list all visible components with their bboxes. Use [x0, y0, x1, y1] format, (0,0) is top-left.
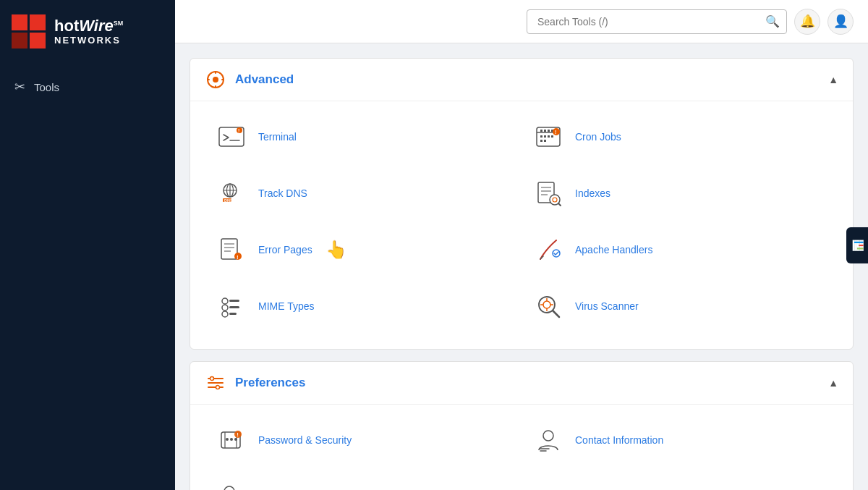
- brand-superscript: SM: [114, 20, 124, 27]
- svg-point-67: [234, 438, 237, 441]
- svg-point-44: [222, 298, 228, 304]
- user-manager-tool[interactable]: ! User Manager: [205, 468, 522, 490]
- logo-text: hotWireSM NETWORKS: [54, 17, 123, 46]
- apache-handlers-tool[interactable]: Apache Handlers: [522, 221, 838, 278]
- notifications-button[interactable]: 🔔: [794, 9, 820, 35]
- preferences-tools-grid: ! Password & Security: [190, 405, 853, 490]
- main-area: 🔍 🔔 👤: [175, 0, 868, 490]
- apache-handlers-icon: [532, 233, 565, 266]
- svg-rect-18: [548, 135, 550, 138]
- advanced-section: Advanced ▲ ! Termin: [190, 58, 854, 350]
- brand-logo: hotWireSM NETWORKS: [0, 0, 175, 63]
- terminal-tool[interactable]: ! Terminal: [205, 109, 522, 165]
- cron-jobs-tool[interactable]: ! Cron Jobs: [522, 109, 838, 165]
- cron-jobs-icon: !: [532, 120, 565, 153]
- advanced-tools-grid: ! Terminal: [190, 101, 853, 349]
- bell-icon: 🔔: [800, 14, 815, 29]
- logo-square-dark-1: [12, 33, 27, 48]
- password-security-tool[interactable]: ! Password & Security: [205, 412, 522, 468]
- terminal-label: Terminal: [258, 131, 297, 143]
- indexes-tool[interactable]: Indexes: [522, 165, 838, 221]
- track-dns-label: Track DNS: [258, 187, 307, 199]
- svg-rect-2: [215, 71, 216, 74]
- brand-name: hotWireSM: [54, 17, 123, 35]
- preferences-section-title: Preferences: [235, 376, 305, 390]
- svg-rect-5: [221, 79, 224, 80]
- svg-rect-3: [215, 85, 216, 88]
- logo-square-red-3: [30, 33, 46, 48]
- svg-text:DNS: DNS: [224, 198, 233, 203]
- svg-rect-4: [207, 79, 210, 80]
- mime-types-tool[interactable]: MIME Types: [205, 278, 522, 334]
- svg-point-70: [543, 431, 553, 441]
- password-security-icon: !: [215, 423, 248, 457]
- error-pages-label: Error Pages: [258, 244, 312, 255]
- svg-point-61: [216, 386, 220, 389]
- svg-rect-47: [229, 306, 239, 308]
- logo-square-red-2: [30, 14, 46, 30]
- svg-text:!: !: [237, 254, 239, 261]
- mime-types-label: MIME Types: [258, 300, 315, 312]
- svg-point-65: [226, 438, 229, 441]
- svg-point-73: [224, 486, 234, 490]
- svg-rect-12: [540, 130, 542, 132]
- sidebar: hotWireSM NETWORKS ✂ Tools: [0, 0, 175, 490]
- cron-jobs-label: Cron Jobs: [575, 131, 621, 143]
- user-icon: 👤: [833, 14, 848, 29]
- advanced-section-header[interactable]: Advanced ▲: [190, 59, 853, 101]
- search-button[interactable]: 🔍: [765, 14, 780, 28]
- logo-icon: [12, 14, 46, 48]
- track-dns-icon: DNS: [215, 177, 248, 210]
- svg-rect-14: [548, 130, 550, 132]
- preferences-section-icon: [205, 372, 226, 394]
- advanced-section-icon: [205, 69, 226, 90]
- svg-rect-21: [544, 140, 546, 142]
- mime-types-icon: [215, 290, 248, 323]
- password-security-label: Password & Security: [258, 434, 352, 446]
- svg-point-60: [210, 377, 214, 381]
- svg-text:!: !: [237, 432, 238, 437]
- svg-text:!: !: [555, 130, 556, 135]
- contact-information-label: Contact Information: [575, 434, 663, 446]
- apache-handlers-label: Apache Handlers: [575, 244, 652, 255]
- track-dns-tool[interactable]: DNS Track DNS: [205, 165, 522, 221]
- search-input[interactable]: [527, 9, 787, 34]
- search-container: 🔍: [527, 9, 787, 34]
- user-manager-icon: !: [215, 480, 248, 490]
- preferences-chevron-icon: ▲: [828, 377, 838, 389]
- user-button[interactable]: 👤: [827, 9, 854, 35]
- sidebar-item-label: Tools: [34, 81, 59, 93]
- logo-square-red-1: [12, 14, 27, 30]
- svg-rect-49: [229, 313, 237, 315]
- svg-line-35: [558, 203, 561, 206]
- cursor-hand-icon: 👆: [326, 240, 347, 260]
- svg-text:!: !: [238, 128, 239, 133]
- error-pages-icon: !: [215, 233, 248, 266]
- svg-rect-17: [544, 135, 546, 138]
- tools-icon: ✂: [14, 79, 25, 95]
- svg-point-1: [213, 77, 218, 83]
- preferences-section-header[interactable]: Preferences ▲: [190, 362, 853, 405]
- advanced-chevron-icon: ▲: [828, 74, 838, 85]
- svg-point-46: [222, 305, 228, 311]
- edge-tab-icon: 📊: [851, 239, 863, 251]
- svg-rect-16: [540, 135, 542, 138]
- svg-rect-20: [540, 140, 542, 142]
- svg-rect-13: [544, 130, 546, 132]
- sidebar-nav: ✂ Tools: [0, 63, 175, 111]
- svg-point-52: [543, 301, 550, 308]
- svg-line-51: [553, 311, 559, 317]
- terminal-icon: !: [215, 120, 248, 153]
- virus-scanner-icon: [532, 290, 565, 323]
- advanced-section-title: Advanced: [235, 72, 294, 87]
- brand-sub: NETWORKS: [54, 35, 123, 46]
- svg-rect-45: [229, 300, 239, 302]
- svg-point-66: [230, 438, 233, 441]
- edge-tab[interactable]: 📊: [846, 227, 868, 263]
- sidebar-item-tools[interactable]: ✂ Tools: [0, 70, 175, 104]
- contact-information-icon: [532, 423, 565, 457]
- indexes-label: Indexes: [575, 187, 610, 199]
- virus-scanner-tool[interactable]: Virus Scanner: [522, 278, 838, 334]
- error-pages-tool[interactable]: ! Error Pages 👆: [205, 221, 522, 278]
- contact-information-tool[interactable]: Contact Information: [522, 412, 838, 468]
